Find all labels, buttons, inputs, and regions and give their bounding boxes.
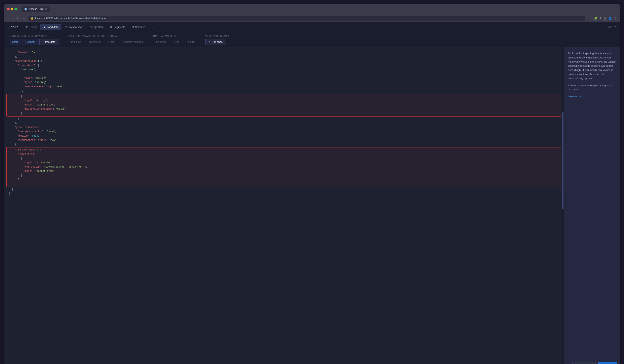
code-line: "dimensions": [ — [4, 64, 564, 68]
wizard-group-label-verify: Verify and submit — [206, 35, 229, 37]
edit-spec-icon: ✎ — [209, 41, 211, 43]
code-line: { — [7, 95, 561, 99]
wizard-tabs-tune: Partition Tune Publish — [153, 39, 199, 45]
nav-item-datasources[interactable]: ⊡ Datasources — [62, 24, 86, 30]
info-paragraph-2: Submit the spec to begin loading data in… — [568, 84, 616, 92]
code-line: "customer", — [4, 68, 564, 72]
datasources-icon: ⊡ — [65, 25, 67, 28]
nav-item-segments[interactable]: ▦ Segments — [107, 24, 128, 30]
wizard-tabs-verify: ✎ Edit spec — [206, 39, 229, 45]
forward-button[interactable]: › — [12, 16, 14, 20]
help-icon[interactable]: ? — [613, 24, 617, 30]
submit-button[interactable]: Submit ▲ — [598, 362, 617, 364]
code-line: }, — [4, 89, 564, 93]
tab-favicon: D — [25, 8, 27, 10]
code-line: { — [4, 72, 564, 76]
code-line: "expression": "lookup(basket, 'eshop_sku… — [7, 165, 561, 169]
info-paragraph-1: Druid begins ingesting data once you sub… — [568, 51, 616, 81]
tab-connect[interactable]: Connect — [22, 39, 38, 45]
browser-tab-bar: D Apache Druid ✕ + — [22, 6, 56, 12]
tab-tune[interactable]: Tune — [170, 39, 183, 45]
vertical-scrollbar[interactable] — [562, 48, 564, 364]
services-icon: ⊞ — [132, 25, 134, 28]
browser-actions: ☆ 🧩 ⬇ ▤ 👤 ⋮ — [589, 17, 617, 20]
home-button[interactable]: ⌂ — [22, 16, 26, 20]
highlight-block-2: "transformSpec": { "transforms": [ { "ty… — [6, 147, 561, 187]
tab-parse-data[interactable]: Parse data — [39, 39, 59, 45]
wizard-group-transform: Transform data and configure schema Pars… — [65, 35, 146, 45]
wizard-groups: Connect and parse raw data Start Connect… — [9, 35, 615, 45]
new-tab-button[interactable]: + — [52, 6, 56, 12]
tab-publish[interactable]: Publish — [183, 39, 199, 45]
code-line: "segmentGranularity": "day" — [4, 138, 564, 143]
wizard-tabs-transform: Parse time Transform Filter Configure sc… — [65, 39, 146, 45]
code-line: "type": "string", — [4, 80, 564, 85]
minimize-button[interactable] — [11, 8, 13, 10]
extensions-icon[interactable]: 🧩 — [594, 17, 598, 20]
nav-label-services: Services — [135, 25, 145, 28]
code-line: }, — [4, 143, 564, 147]
code-line: "granularitySpec": { — [4, 125, 564, 130]
tab-title: Apache Druid — [29, 8, 44, 10]
code-line: } — [7, 182, 561, 186]
reload-button[interactable]: ↻ — [16, 16, 20, 20]
code-line: "dimensionsSpec": { — [4, 59, 564, 63]
browser-frame: D Apache Druid ✕ + ‹ › ↻ ⌂ 🔒 localhost:8… — [4, 4, 620, 364]
tab-filter[interactable]: Filter — [105, 39, 118, 45]
logo-area: ⟩ druid — [7, 25, 19, 29]
code-editor[interactable]: "format": "auto" }, "dimensionsSpec": { … — [4, 48, 564, 364]
tab-parse-time[interactable]: Parse time — [65, 39, 85, 45]
vertical-scrollbar-thumb — [562, 112, 564, 209]
close-button[interactable] — [7, 8, 10, 10]
load-data-icon: ▲ — [43, 25, 46, 28]
browser-tab[interactable]: D Apache Druid ✕ — [22, 6, 50, 12]
nav-label-load-data: Load data — [47, 25, 58, 28]
ingestion-icon: ⊟ — [89, 25, 92, 28]
more-icon: ··· — [152, 25, 154, 28]
tab-close-button[interactable]: ✕ — [45, 8, 47, 10]
nav-item-services[interactable]: ⊞ Services — [129, 24, 148, 30]
menu-icon[interactable]: ⋮ — [614, 17, 617, 20]
traffic-lights — [7, 8, 17, 10]
bookmark-icon[interactable]: ☆ — [589, 17, 592, 20]
back-button[interactable]: ‹ — [7, 16, 10, 20]
nav-item-load-data[interactable]: ▲ Load data — [40, 24, 61, 30]
learn-more-link[interactable]: Learn more — [568, 95, 581, 98]
maximize-button[interactable] — [14, 8, 17, 10]
browser-titlebar: D Apache Druid ✕ + — [4, 4, 620, 14]
code-line: "queryGranularity": "none", — [4, 130, 564, 134]
right-panel: Druid begins ingesting data once you sub… — [564, 48, 620, 364]
sidebar-icon[interactable]: ▤ — [604, 17, 606, 20]
settings-icon[interactable]: ⚙ — [607, 24, 612, 30]
wizard-group-tune: Tune parameters Partition Tune Publish — [153, 35, 199, 45]
wizard-group-label-connect: Connect and parse raw data — [9, 35, 59, 37]
tab-configure-schema[interactable]: Configure schema — [118, 39, 147, 45]
tab-start[interactable]: Start — [9, 39, 21, 45]
code-line: } — [7, 173, 561, 178]
druid-logo-icon: ⟩ — [7, 25, 9, 29]
tab-edit-spec[interactable]: ✎ Edit spec — [206, 39, 226, 45]
browser-addressbar: ‹ › ↻ ⌂ 🔒 localhost:8888/unified-console… — [4, 14, 620, 22]
address-text: localhost:8888/unified-console.html#clas… — [35, 17, 107, 20]
wizard-group-label-transform: Transform data and configure schema — [65, 35, 146, 37]
code-line: "name": "basket", — [4, 76, 564, 80]
code-line: ] — [7, 178, 561, 182]
profile-icon[interactable]: 👤 — [608, 17, 612, 20]
nav-item-more[interactable]: ··· — [149, 24, 156, 30]
download-icon[interactable]: ⬇ — [599, 17, 602, 20]
nav-label-segments: Segments — [114, 25, 126, 28]
tab-transform[interactable]: Transform — [85, 39, 104, 45]
code-line: "transformSpec": { — [7, 148, 561, 152]
nav-label-ingestion: Ingestion — [93, 25, 104, 28]
reset-spec-button[interactable]: ↺ Reset spec — [572, 362, 596, 364]
code-line: "multiValueHandling": "ARRAY" — [7, 107, 561, 111]
nav-item-query[interactable]: ⊞ Query — [23, 24, 39, 30]
address-bar[interactable]: 🔒 localhost:8888/unified-console.html#cl… — [28, 16, 585, 21]
tab-partition[interactable]: Partition — [153, 39, 169, 45]
panel-actions: ↺ Reset spec Submit ▲ — [564, 359, 620, 364]
code-line: "multiValueHandling": "ARRAY" — [4, 85, 564, 89]
code-line: "name": "basket_item" — [7, 169, 561, 173]
nav-item-ingestion[interactable]: ⊟ Ingestion — [87, 24, 106, 30]
code-line: "rollup": false, — [4, 134, 564, 138]
wizard-group-label-tune: Tune parameters — [153, 35, 199, 37]
